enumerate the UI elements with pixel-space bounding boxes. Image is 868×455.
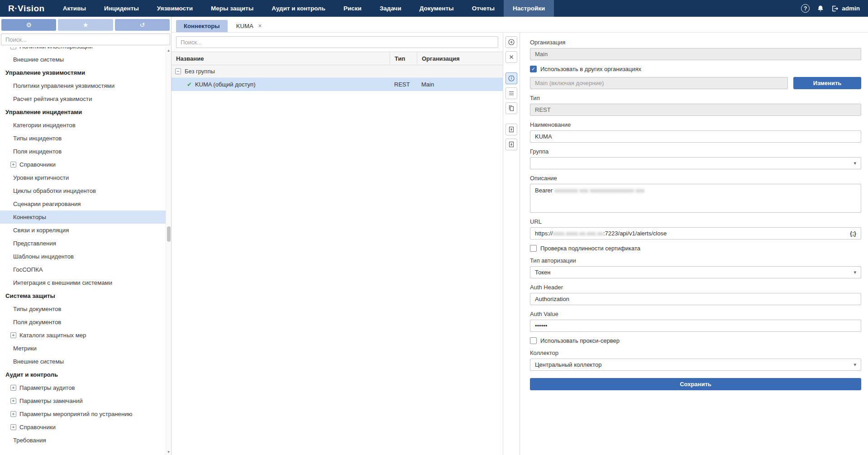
tree-item[interactable]: +Параметры замечаний <box>0 394 171 407</box>
sidebar-tab-favorites[interactable]: ★ <box>58 19 113 31</box>
tree-item[interactable]: Сценарии реагирования <box>0 197 171 211</box>
collapse-icon[interactable]: − <box>175 68 181 74</box>
auth-type-select[interactable]: Токен ▾ <box>530 266 861 278</box>
column-header[interactable]: Организация <box>417 52 503 65</box>
tree-item[interactable]: Циклы обработки инцидентов <box>0 184 171 197</box>
save-button[interactable]: Сохранить <box>530 378 861 390</box>
expand-icon[interactable]: + <box>10 411 16 417</box>
checkbox-icon[interactable]: ✓ <box>530 66 537 72</box>
sidebar-tab-history[interactable]: ↺ <box>115 19 170 31</box>
tree-item-label: Поля документов <box>13 319 61 326</box>
tree-item[interactable]: Требования <box>0 434 171 447</box>
tree-item[interactable]: Поля инцидентов <box>0 145 171 158</box>
auth-value-input[interactable] <box>530 320 861 332</box>
nav-item[interactable]: Настройки <box>504 0 554 17</box>
tree-item[interactable]: +Каталоги защитных мер <box>0 329 171 342</box>
tree-item[interactable]: Интеграция с внешними системами <box>0 276 171 289</box>
use-in-orgs-checkbox-row[interactable]: ✓ Использовать в других организациях <box>530 66 861 72</box>
tree-item[interactable]: +Параметры аудитов <box>0 381 171 394</box>
url-input[interactable]: https://xxxx.xxxx.xx.xxx.xx:7223/api/v1/… <box>530 227 861 239</box>
use-in-orgs-label: Использовать в других организациях <box>540 66 641 72</box>
group-row[interactable]: −Без группы <box>172 65 503 78</box>
app-logo[interactable]: R·Vision <box>0 0 54 17</box>
nav-item[interactable]: Активы <box>54 0 95 17</box>
collector-select[interactable]: Центральный коллектор ▾ <box>530 359 861 371</box>
copy-button[interactable] <box>506 102 517 114</box>
expand-icon[interactable]: + <box>10 162 16 168</box>
tree-item[interactable]: Коннекторы <box>0 211 171 224</box>
tree-item[interactable]: Политики управления уязвимостями <box>0 79 171 92</box>
tree-item[interactable]: Поля документов <box>0 316 171 329</box>
sidebar-search-input[interactable] <box>1 34 170 45</box>
expand-icon[interactable]: + <box>10 424 16 430</box>
nav-item[interactable]: Инциденты <box>95 0 148 17</box>
tab-label: Коннекторы <box>184 23 220 29</box>
tab-kuma[interactable]: KUMA✕ <box>229 20 270 32</box>
change-org-button[interactable]: Изменить <box>793 77 861 89</box>
tree-item[interactable]: +Справочники <box>0 158 171 171</box>
expand-icon[interactable]: + <box>10 398 16 404</box>
collector-label: Коллектор <box>530 350 861 356</box>
tree-item[interactable]: Представления <box>0 237 171 250</box>
tab-close-icon[interactable]: ✕ <box>258 23 262 29</box>
nav-item[interactable]: Отчеты <box>463 0 504 17</box>
details-button[interactable] <box>506 87 517 99</box>
close-button[interactable] <box>506 51 517 63</box>
tree-item-label: Коннекторы <box>13 214 46 220</box>
tree-item[interactable]: Внешние системы <box>0 53 171 66</box>
expand-icon[interactable]: + <box>10 385 16 391</box>
auth-header-input[interactable] <box>530 293 861 305</box>
scroll-down-icon[interactable]: ▼ <box>167 449 171 455</box>
import-button[interactable] <box>506 139 517 150</box>
nav-item[interactable]: Задачи <box>371 0 410 17</box>
sidebar-scrollbar[interactable]: ▲ ▼ <box>166 47 171 455</box>
tree-item[interactable]: Метрики <box>0 342 171 355</box>
checkbox-icon[interactable] <box>530 337 537 344</box>
tree-item[interactable]: Шаблоны инцидентов <box>0 250 171 263</box>
nav-item[interactable]: Риски <box>334 0 371 17</box>
notifications-bell-icon[interactable] <box>817 5 824 12</box>
user-menu[interactable]: admin <box>831 5 860 12</box>
nav-item[interactable]: Меры защиты <box>202 0 262 17</box>
sidebar-tree: +Политики инвентаризацииВнешние системыУ… <box>0 47 171 447</box>
table-row[interactable]: ✔KUMA (общий доступ)RESTMain <box>172 78 503 91</box>
tree-item[interactable]: Внешние системы <box>0 355 171 368</box>
tree-item[interactable]: Категории инцидентов <box>0 119 171 132</box>
tree-item[interactable]: +Параметры мероприятий по устранению <box>0 407 171 421</box>
connectors-search-input[interactable] <box>176 36 498 48</box>
add-button[interactable] <box>506 36 517 48</box>
scrollbar-thumb[interactable] <box>167 226 171 242</box>
scroll-up-icon[interactable]: ▲ <box>167 47 171 53</box>
checkbox-icon[interactable] <box>530 245 537 252</box>
description-textarea[interactable]: Bearer xxxxxxxx xxx xxxxxxxxxxxxxxx xxx <box>530 184 861 213</box>
tree-item[interactable]: +Справочники <box>0 421 171 434</box>
help-icon[interactable]: ? <box>801 4 810 13</box>
tree-item[interactable]: Связи и корреляция <box>0 224 171 237</box>
sidebar-tab-settings[interactable]: ⚙ <box>1 19 56 31</box>
connector-form: Организация Main ✓ Использовать в других… <box>520 33 868 455</box>
info-button[interactable] <box>506 72 517 84</box>
proxy-checkbox-row[interactable]: Использовать прокси-сервер <box>530 337 861 344</box>
tree-item[interactable]: +Политики инвентаризации <box>0 47 171 53</box>
tree-item[interactable]: ГосСОПКА <box>0 263 171 276</box>
tree-item[interactable]: Типы инцидентов <box>0 132 171 145</box>
export-button[interactable] <box>506 124 517 135</box>
tree-item-label: Поля инцидентов <box>13 148 62 155</box>
column-header[interactable]: Название <box>172 52 390 65</box>
insert-variables-button[interactable]: {;} <box>850 230 856 237</box>
tree-item-label: Интеграция с внешними системами <box>13 279 112 286</box>
tab-коннекторы[interactable]: Коннекторы <box>176 20 228 32</box>
tree-item[interactable]: Типы документов <box>0 302 171 316</box>
column-header[interactable]: Тип <box>390 52 417 65</box>
expand-icon[interactable]: + <box>10 47 16 49</box>
chevron-down-icon: ▾ <box>854 160 856 166</box>
nav-item[interactable]: Уязвимости <box>148 0 202 17</box>
tree-item[interactable]: Расчет рейтинга уязвимости <box>0 92 171 105</box>
group-select[interactable]: ▾ <box>530 157 861 169</box>
tree-item[interactable]: Уровни критичности <box>0 171 171 184</box>
expand-icon[interactable]: + <box>10 332 16 338</box>
nav-item[interactable]: Документы <box>410 0 463 17</box>
name-input[interactable] <box>530 130 861 143</box>
nav-item[interactable]: Аудит и контроль <box>262 0 334 17</box>
cert-check-checkbox-row[interactable]: Проверка подлинности сертификата <box>530 245 861 252</box>
